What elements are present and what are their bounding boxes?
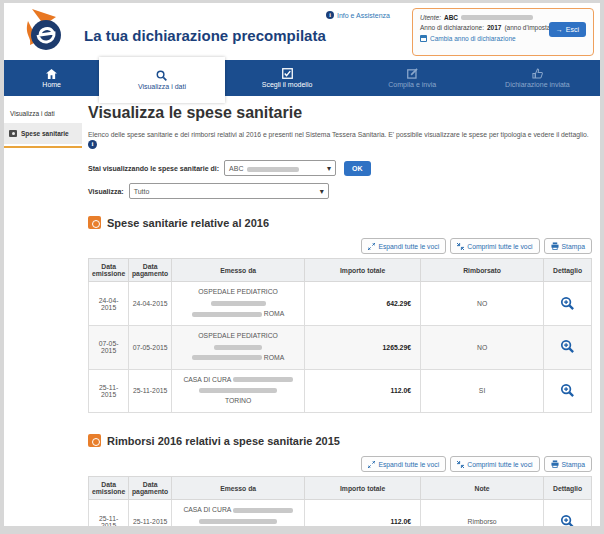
tab-home[interactable]: Home — [4, 60, 99, 96]
redacted-text — [233, 508, 293, 513]
collapse-all-button[interactable]: Comprimi tutte le voci — [450, 456, 539, 472]
redacted-text — [233, 377, 293, 382]
redacted-text — [214, 345, 262, 350]
ok-button[interactable]: OK — [344, 161, 371, 176]
year-label: Anno di dichiarazione: — [420, 24, 484, 31]
emesso-da: OSPEDALE PEDIATRICO ROMA — [171, 282, 304, 326]
dettaglio-zoom-icon[interactable] — [560, 339, 575, 355]
info-icon[interactable]: i — [88, 140, 97, 149]
emesso-da: OSPEDALE PEDIATRICO ROMA — [171, 326, 304, 370]
facility-name: CASA DI CURA — [183, 506, 231, 513]
tab-scegli-il-modello[interactable]: Scegli il modello — [225, 60, 350, 96]
sidebar-accent-rule — [4, 146, 82, 148]
sidebar: Visualizza i dati Spese sanitarie — [4, 96, 82, 148]
collapse-icon — [457, 243, 464, 250]
thumbs-up-icon — [532, 68, 543, 79]
spese-2016-table: Data emissione Data pagamento Emesso da … — [88, 258, 592, 413]
col-header: Emesso da — [171, 477, 304, 500]
sidebar-header: Visualizza i dati — [4, 106, 82, 123]
edit-icon — [407, 68, 418, 79]
col-header: Data emissione — [89, 477, 129, 500]
col-header: Emesso da — [171, 259, 304, 282]
section-rimborsi-header: Rimborsi 2016 relativi a spese sanitarie… — [88, 434, 592, 447]
section-icon — [88, 434, 101, 447]
rimborsato: NO — [420, 326, 543, 370]
section-title: Spese sanitarie relative al 2016 — [107, 217, 269, 229]
data-emissione: 24-04-2015 — [89, 282, 129, 326]
collapse-all-button[interactable]: Comprimi tutte le voci — [450, 238, 539, 254]
cambia-anno-link[interactable]: Cambia anno di dichiarazione — [430, 35, 516, 42]
main-content: Visualizza le spese sanitarie Elenco del… — [82, 96, 600, 526]
esci-button[interactable]: → Esci — [549, 22, 586, 37]
info-link-label: Info e Assistenza — [337, 12, 390, 19]
section-title: Rimborsi 2016 relativi a spese sanitarie… — [107, 435, 340, 447]
dettaglio-zoom-icon[interactable] — [560, 383, 575, 399]
print-label: Stampa — [562, 461, 585, 468]
view-select[interactable]: Tutto ▾ — [129, 183, 329, 199]
data-pagamento: 25-11-2015 — [129, 500, 172, 526]
chevron-down-icon: ▾ — [320, 187, 324, 196]
tab-label: Visualizza i dati — [138, 83, 186, 90]
expand-icon — [368, 461, 375, 468]
print-button[interactable]: Stampa — [544, 238, 592, 254]
description-text: Elenco delle spese sanitarie e dei rimbo… — [88, 131, 589, 138]
section-icon — [88, 216, 101, 229]
print-button[interactable]: Stampa — [544, 456, 592, 472]
importo-totale: 112.0€ — [305, 369, 421, 413]
redacted-text — [211, 301, 266, 306]
redacted-text — [192, 355, 262, 360]
search-icon — [156, 70, 167, 81]
redacted-text — [192, 312, 262, 317]
user-value: ABC — [444, 14, 458, 21]
expand-all-button[interactable]: Espandi tutte le voci — [361, 238, 446, 254]
col-header: Rimborsato — [420, 259, 543, 282]
info-assistenza-link[interactable]: i Info e Assistenza — [326, 11, 390, 19]
view-select-value: Tutto — [134, 188, 150, 195]
emesso-da: CASA DI CURA TORINO — [171, 369, 304, 413]
facility-city: ROMA — [264, 310, 284, 317]
expand-all-button[interactable]: Espandi tutte le voci — [361, 456, 446, 472]
person-select[interactable]: ABC ▾ — [224, 160, 336, 176]
dettaglio-zoom-icon[interactable] — [560, 514, 575, 526]
rimborsi-table: Data emissione Data pagamento Emesso da … — [88, 476, 592, 526]
data-emissione: 07-05-2015 — [89, 326, 129, 370]
section-spese-2016-header: Spese sanitarie relative al 2016 — [88, 216, 592, 229]
tab-visualizza-i-dati[interactable]: Visualizza i dati — [99, 57, 224, 103]
home-icon — [46, 69, 57, 79]
tab-compila-e-invia[interactable]: Compila e invia — [350, 60, 475, 96]
data-emissione: 25-11-2015 — [89, 369, 129, 413]
exit-arrow-icon: → — [556, 26, 563, 33]
tab-label: Scegli il modello — [262, 81, 313, 88]
dettaglio-zoom-icon[interactable] — [560, 296, 575, 312]
table-row: 25-11-2015 25-11-2015 CASA DI CURA TORIN… — [89, 369, 592, 413]
col-header: Note — [420, 477, 543, 500]
facility-name: CASA DI CURA — [183, 376, 231, 383]
emesso-da: CASA DI CURA TORINO — [171, 500, 304, 526]
filter-view-label: Visualizza: — [88, 188, 124, 195]
rimborsato: SI — [420, 369, 543, 413]
chevron-down-icon: ▾ — [327, 164, 331, 173]
page: La tua dichiarazione precompilata i Info… — [4, 3, 600, 526]
col-header: Dettaglio — [544, 259, 592, 282]
collapse-icon — [457, 461, 464, 468]
tab-label: Dichiarazione inviata — [505, 81, 570, 88]
collapse-all-label: Comprimi tutte le voci — [467, 461, 532, 468]
calendar-icon — [420, 35, 427, 42]
filter-person-label: Stai visualizzando le spese sanitarie di… — [88, 165, 219, 172]
expand-icon — [368, 243, 375, 250]
data-emissione: 25-11-2015 — [89, 500, 129, 526]
page-description: Elenco delle spese sanitarie e dei rimbo… — [88, 130, 592, 149]
print-label: Stampa — [562, 243, 585, 250]
redacted-text — [199, 388, 277, 393]
facility-city: ROMA — [264, 354, 284, 361]
agenzia-entrate-logo — [22, 7, 68, 59]
data-pagamento: 25-11-2015 — [129, 369, 172, 413]
sidebar-item-spese-sanitarie[interactable]: Spese sanitarie — [4, 123, 82, 144]
tab-dichiarazione-inviata[interactable]: Dichiarazione inviata — [475, 60, 600, 96]
rimborsato: NO — [420, 282, 543, 326]
facility-name: OSPEDALE PEDIATRICO — [198, 332, 278, 339]
facility-name: OSPEDALE PEDIATRICO — [198, 288, 278, 295]
col-header: Data pagamento — [129, 259, 172, 282]
note: Rimborso — [420, 500, 543, 526]
redacted-text — [199, 519, 277, 524]
